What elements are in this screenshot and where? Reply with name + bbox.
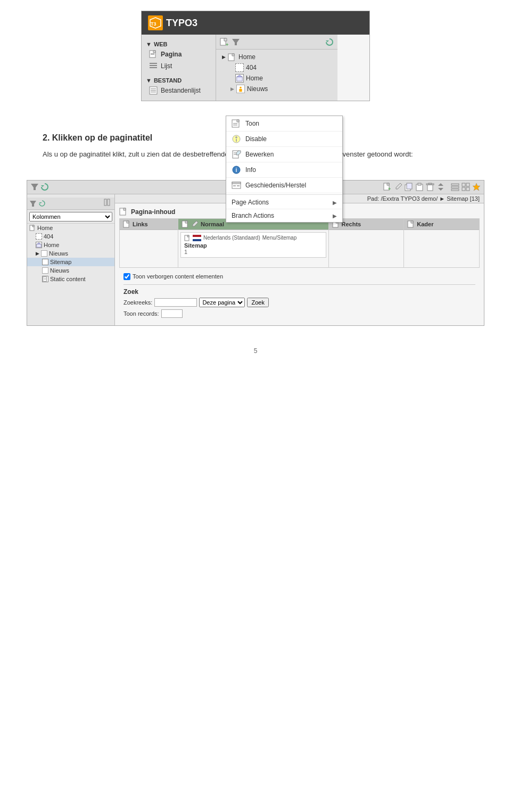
expand-nieuws[interactable]: ▶ — [36, 251, 41, 256]
context-menu-item-branch-actions[interactable]: Branch Actions ▶ — [226, 209, 342, 222]
nav-item-nieuws-sub[interactable]: Nieuws — [27, 266, 114, 275]
svg-marker-17 — [232, 39, 240, 45]
toolbar-new-icon[interactable]: + — [383, 183, 392, 191]
svg-rect-55 — [428, 183, 432, 184]
deze-pagina-select[interactable]: Deze pagina — [199, 298, 245, 307]
expand-icon[interactable]: ▶ — [220, 54, 227, 60]
nav-item-sitemap[interactable]: Sitemap — [27, 258, 114, 266]
svg-rect-87 — [193, 237, 201, 239]
svg-marker-78 — [123, 208, 126, 210]
svg-rect-60 — [451, 189, 459, 191]
svg-marker-22 — [237, 75, 243, 77]
page-tree-toolbar: + — [216, 35, 337, 50]
svg-marker-4 — [153, 51, 155, 53]
filter-icon[interactable] — [231, 37, 241, 47]
nav-item-nieuws[interactable]: ▶ Nieuws — [27, 249, 114, 258]
tree-item-home-sub[interactable]: Home — [216, 73, 337, 84]
svg-marker-80 — [127, 221, 129, 223]
toolbar-copy-icon[interactable] — [405, 183, 413, 191]
context-menu-item-geschiedenis[interactable]: Geschiedenis/Herstel — [226, 178, 342, 193]
sidebar-item-pagina[interactable]: Pagina — [142, 48, 216, 60]
nav-refresh-icon[interactable] — [38, 200, 46, 207]
svg-text:+: + — [226, 42, 228, 47]
new-page-icon[interactable]: + — [219, 37, 229, 47]
svg-rect-50 — [407, 183, 412, 189]
toolbar-filter-icon[interactable] — [30, 183, 39, 191]
history-icon — [232, 181, 241, 190]
nav-item-home-sub[interactable]: Home — [27, 241, 114, 249]
toolbar-star-icon[interactable] — [472, 183, 481, 191]
svg-marker-92 — [411, 221, 413, 223]
svg-marker-71 — [32, 225, 34, 227]
content-type-label: Menu/Sitemap — [262, 235, 296, 241]
toolbar-refresh-icon[interactable] — [40, 183, 49, 191]
sidebar-item-lijst[interactable]: Lijst — [142, 60, 216, 72]
col-normaal-label: Normaal — [201, 221, 224, 227]
nav-filter-icon[interactable] — [29, 200, 37, 207]
svg-rect-13 — [151, 92, 156, 93]
zoek-button[interactable]: Zoek — [247, 298, 268, 307]
expand-nieuws-icon[interactable]: ▶ — [229, 86, 235, 92]
typo3-main-content: ▼ WEB Pagina — [142, 35, 369, 101]
svg-rect-11 — [151, 88, 156, 89]
page-icon-home-sub — [235, 74, 244, 83]
nav-page-icon-home-sub — [36, 242, 42, 248]
col-rechts-content — [329, 230, 404, 267]
context-menu-item-bewerken[interactable]: Bewerken — [226, 147, 342, 162]
tree-item-home-root[interactable]: ▶ Home — [216, 52, 337, 62]
sidebar-lijst-label: Lijst — [161, 62, 172, 70]
zoekreeks-input[interactable] — [154, 298, 197, 307]
page-tree-items: ▶ Home 404 — [216, 50, 337, 96]
toolbar-view-grid-icon[interactable] — [461, 183, 470, 191]
col-kader-label: Kader — [417, 221, 433, 227]
svg-rect-41 — [233, 185, 236, 186]
sidebar-pagina-label: Pagina — [161, 51, 182, 58]
svg-rect-64 — [466, 187, 469, 191]
col-links-label: Links — [133, 221, 148, 227]
context-menu-item-info[interactable]: i Info — [226, 162, 342, 178]
file-arrow-icon: ▼ — [146, 77, 152, 84]
show-hidden-container: Toon verborgen content elementen — [123, 273, 475, 280]
tree-and-menu-area: + ▶ — [216, 35, 337, 101]
file-label: BESTAND — [154, 77, 182, 84]
sidebar-item-bestandenlijst[interactable]: Bestandenlijst — [142, 85, 216, 96]
typo3-titlebar: T3 TYPO3 — [142, 11, 369, 35]
toolbar-view-list-icon[interactable] — [451, 183, 459, 191]
toolbar-paste-icon[interactable] — [415, 183, 424, 191]
col-normaal-edit-icon — [191, 220, 199, 228]
svg-marker-57 — [438, 188, 443, 191]
context-menu-item-page-actions[interactable]: Page Actions ▶ — [226, 196, 342, 209]
show-hidden-checkbox[interactable] — [123, 273, 130, 280]
tree-item-404[interactable]: 404 — [216, 62, 337, 73]
page-icon-content — [184, 235, 191, 241]
col-kader-header: Kader — [404, 219, 479, 230]
nav-item-static-content[interactable]: Static content — [27, 275, 114, 283]
toolbar-move-icon[interactable] — [436, 183, 445, 191]
toolbar-edit-icon[interactable] — [394, 183, 402, 191]
columns-dropdown-container: Kolommen — [27, 210, 114, 224]
context-menu-item-toon[interactable]: Toon — [226, 116, 342, 132]
svg-rect-61 — [462, 183, 465, 186]
columns-dropdown[interactable]: Kolommen — [29, 212, 112, 222]
context-geschiedenis-label: Geschiedenis/Herstel — [245, 182, 306, 189]
nav-item-home[interactable]: Home — [27, 224, 115, 232]
refresh-icon[interactable] — [325, 37, 334, 47]
context-bewerken-label: Bewerken — [245, 151, 274, 158]
nav-page-icon-sitemap — [42, 259, 48, 265]
toolbar-delete-icon[interactable] — [426, 183, 434, 191]
content-element[interactable]: Nederlands (Standaard) Menu/Sitemap Site… — [180, 232, 326, 258]
nav-tree-toolbar — [27, 198, 114, 210]
svg-text:+: + — [388, 186, 391, 191]
nav-item-404[interactable]: 404 — [27, 232, 114, 241]
toon-records-input[interactable] — [161, 309, 183, 318]
tree-item-nieuws[interactable]: ▶ Nieuws — [216, 84, 337, 94]
nav-cols-icon[interactable] — [104, 199, 111, 206]
svg-rect-76 — [44, 279, 46, 280]
context-menu-item-disable[interactable]: Disable — [226, 132, 342, 147]
sidebar-bestandenlijst-label: Bestandenlijst — [161, 87, 201, 94]
svg-rect-59 — [451, 186, 459, 188]
svg-marker-67 — [39, 202, 42, 203]
context-disable-label: Disable — [245, 135, 267, 143]
svg-marker-44 — [41, 185, 44, 187]
nav-page-icon-static — [42, 276, 48, 282]
